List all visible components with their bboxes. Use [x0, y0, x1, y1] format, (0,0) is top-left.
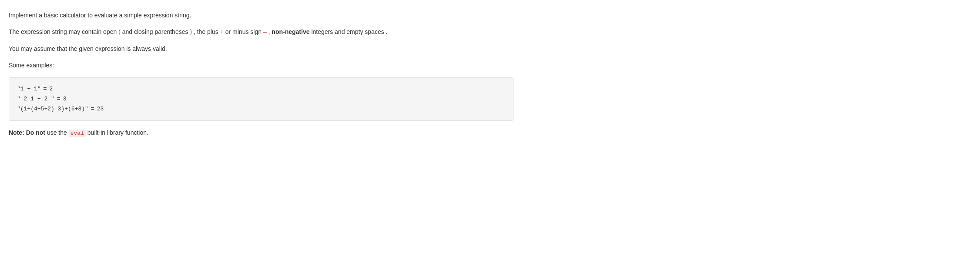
- note-section: Note: Do not use the eval built-in libra…: [9, 128, 513, 138]
- example-3-expr: "(1+(4+5+2)-3)+(6+8)": [17, 104, 88, 114]
- expression-after: integers and empty spaces: [311, 28, 384, 35]
- assumption-paragraph: You may assume that the given expression…: [9, 44, 513, 53]
- period: .: [386, 28, 388, 35]
- or-minus-text: or minus sign: [225, 28, 262, 35]
- example-1-eq: =: [44, 84, 47, 94]
- example-line-2: " 2-1 + 2 " = 3: [17, 94, 505, 104]
- expression-between: and closing parentheses: [122, 28, 188, 35]
- note-text: use the: [47, 129, 67, 136]
- eval-code: eval: [69, 130, 86, 137]
- open-paren: (: [118, 28, 121, 35]
- note-after: built-in library function.: [87, 129, 148, 136]
- example-line-3: "(1+(4+5+2)-3)+(6+8)" = 23: [17, 104, 505, 114]
- plus-sign: +: [220, 28, 224, 35]
- example-line-1: "1 + 1" = 2: [17, 84, 505, 94]
- intro-text: Implement a basic calculator to evaluate…: [9, 12, 191, 19]
- example-3-eq: =: [91, 104, 94, 114]
- example-2-eq: =: [57, 94, 60, 104]
- comma1: ,: [194, 28, 195, 35]
- the-plus-text: the plus: [197, 28, 218, 35]
- note-bold: Note: Do not: [9, 129, 45, 136]
- assumption-text: You may assume that the given expression…: [9, 45, 167, 52]
- expression-before: The expression string may contain open: [9, 28, 117, 35]
- examples-label: Some examples:: [9, 62, 54, 69]
- comma2: ,: [268, 28, 270, 35]
- problem-description: Implement a basic calculator to evaluate…: [9, 10, 513, 138]
- example-2-result: 3: [63, 94, 67, 104]
- example-1-expr: "1 + 1": [17, 84, 41, 94]
- examples-label-paragraph: Some examples:: [9, 60, 513, 70]
- expression-paragraph: The expression string may contain open (…: [9, 27, 513, 37]
- minus-sign: –: [263, 28, 267, 35]
- examples-box: "1 + 1" = 2 " 2-1 + 2 " = 3 "(1+(4+5+2)-…: [9, 77, 513, 121]
- non-negative-text: non-negative: [272, 28, 309, 35]
- example-3-result: 23: [97, 104, 104, 114]
- close-paren: ): [190, 28, 192, 35]
- intro-paragraph: Implement a basic calculator to evaluate…: [9, 10, 513, 20]
- example-2-expr: " 2-1 + 2 ": [17, 94, 54, 104]
- example-1-result: 2: [49, 84, 53, 94]
